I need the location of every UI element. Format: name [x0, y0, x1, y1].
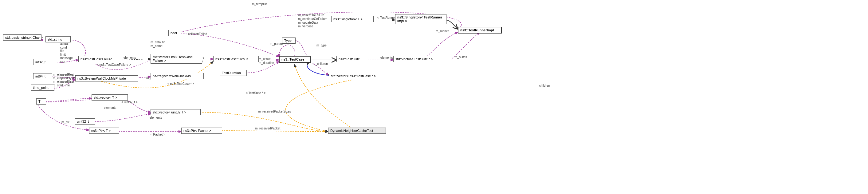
label-packet-angle: < Packet >	[151, 133, 165, 136]
label-m-starttime: m_startTime	[53, 84, 70, 87]
label-message: message	[60, 56, 73, 60]
label-m-ptr: m_ptr	[61, 120, 69, 124]
label-testcase-ptr-angle: < ns3::TestCase * >	[167, 82, 194, 85]
label-m-children: m_children	[313, 62, 328, 65]
label-line: line	[60, 61, 65, 64]
diagram-container: std::basic_string< Char > std::string in…	[0, 0, 868, 194]
node-ns3-singleton-t: ns3::Singleton< T >	[331, 16, 374, 22]
label-elements-4: elements	[150, 116, 162, 119]
label-m-elapsedsystem: m_elapsedSystem	[53, 77, 78, 80]
label-m-result: m_result	[259, 57, 270, 61]
label-m-assertonfailure: m_assertOnFailure	[298, 13, 324, 17]
node-std-vector-testcasefailure: std::vector< ns3::TestCaseFailure >	[151, 54, 202, 64]
label-m-suites: m_suites	[455, 55, 467, 59]
node-ns3-testcaseresult: ns3::TestCase::Result	[213, 56, 259, 62]
label-m-datadir: m_dataDir	[151, 40, 165, 44]
node-std-vector-testcase-ptr: std::vector< ns3::TestCase * >	[329, 73, 394, 79]
label-uint32-angle: < uint32_t >	[121, 101, 138, 104]
node-std-basic-string: std::basic_string< Char >	[3, 34, 41, 40]
node-ns3-testrunnerimpl: ns3::TestRunnerImpl	[458, 27, 502, 33]
node-type: Type	[282, 37, 296, 44]
node-int32-t: int32_t	[33, 59, 52, 65]
node-ns3-systemwallclockms: ns3::SystemWallClockMs	[151, 73, 204, 79]
node-ns3-singleton-testrunnerimpl: ns3::Singleton< TestRunnerImpl >	[395, 14, 446, 24]
node-std-vector-uint32: std::vector< uint32_t >	[151, 109, 200, 115]
label-m-name: m_name	[151, 44, 162, 48]
node-T: T	[36, 99, 46, 105]
label-testsuite-ptr-angle: < TestSuite * >	[246, 91, 266, 95]
label-cond: cond	[60, 46, 67, 49]
label-elements-3: elements	[380, 56, 393, 59]
label-actual: actual	[60, 42, 68, 46]
node-std-vector-t: std::vector< T >	[92, 94, 128, 101]
label-limit: limit	[60, 53, 66, 56]
node-bool: bool	[168, 30, 181, 36]
node-ns3-ptr-packet: ns3::Ptr< Packet >	[181, 128, 222, 134]
label-m-receivedpacketsizes: m_receivedPacketSizes	[258, 110, 291, 113]
node-std-vector-testsuite-ptr: std::vector< TestSuite * >	[393, 56, 451, 62]
node-ns3-ptr-t: ns3::Ptr< T >	[89, 128, 119, 134]
node-std-string: std::string	[45, 36, 71, 43]
label-m-elapsedreal: m_elapsedReal	[53, 73, 74, 76]
label-m-tempdir: m_tempDir	[252, 2, 267, 6]
label-elements-1: elements	[124, 56, 136, 59]
node-time-point: time_point	[31, 85, 54, 91]
label-children: children	[539, 84, 550, 87]
node-dynamic-neighbor-cache-test: DynamicNeighborCacheTest	[328, 128, 386, 134]
label-m-parent: m_parent	[270, 42, 283, 46]
label-elements-5: elements	[104, 106, 117, 109]
label-m-receivedpacket: m_receivedPacket	[255, 127, 280, 130]
label-m-updatedata: m_updateData	[298, 21, 318, 24]
diagram-svg	[0, 0, 868, 194]
node-int64-t: int64_t	[33, 73, 52, 79]
label-m-duration: m_duration	[259, 61, 274, 64]
node-testduration: TestDuration	[220, 70, 247, 76]
label-testcasefailure-angle: < ns3::TestCaseFailure >	[97, 63, 131, 66]
label-m-continueonfailure: m_continueOnFailure	[298, 17, 328, 21]
node-uint32-t: uint32_t	[75, 118, 95, 124]
label-m-runner: m_runner	[436, 29, 449, 33]
label-m-type: m_type	[316, 44, 327, 47]
node-ns3-testsuite: ns3::TestSuite	[336, 56, 368, 62]
node-ns3-testcasefailure: ns3::TestCaseFailure	[79, 56, 122, 62]
label-childrenfailed: childrenFailed	[188, 32, 207, 36]
label-m-verbose: m_verbose	[298, 25, 313, 28]
label-m-elapseduser: m_elapsedUser	[53, 80, 74, 83]
node-ns3-systemwallclockmsprivate: ns3::SystemWallClockMsPrivate	[75, 75, 138, 81]
label-file: file	[60, 49, 64, 53]
node-ns3-testcase: ns3::TestCase	[279, 56, 311, 63]
